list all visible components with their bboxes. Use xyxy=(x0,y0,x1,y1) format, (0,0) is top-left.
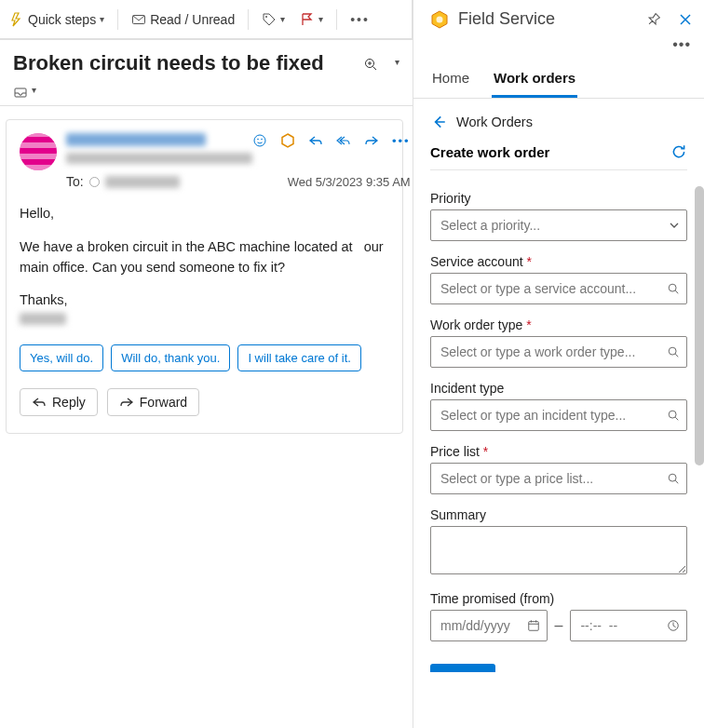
toolbar-divider xyxy=(248,9,249,30)
message-timestamp: Wed 5/3/2023 9:35 AM xyxy=(288,175,411,189)
to-label: To: xyxy=(66,174,84,189)
close-icon[interactable] xyxy=(678,12,693,27)
more-message-button[interactable]: ••• xyxy=(392,134,411,148)
search-icon xyxy=(667,282,680,295)
work-order-form: Priority Select a priority... Service ac… xyxy=(430,170,687,672)
chevron-down-icon[interactable]: ▾ xyxy=(395,57,399,67)
reply-icon[interactable] xyxy=(308,133,323,148)
create-work-order-title: Create work order xyxy=(430,144,549,160)
work-order-type-input[interactable] xyxy=(430,336,687,368)
sender-email-redacted: redacted xyxy=(66,153,252,164)
save-button[interactable]: Save xyxy=(430,664,495,672)
body-thanks: Thanks, xyxy=(20,290,387,311)
panel-more-button[interactable]: ••• xyxy=(413,33,704,53)
panel-tabs: Home Work orders xyxy=(413,61,704,99)
back-arrow-icon[interactable] xyxy=(430,114,447,130)
forward-icon xyxy=(119,395,134,410)
time-promised-label: Time promised (from) xyxy=(430,591,687,606)
more-toolbar-button[interactable]: ••• xyxy=(345,8,375,31)
chevron-down-icon[interactable]: ▾ xyxy=(32,85,36,100)
zoom-icon[interactable] xyxy=(363,57,378,72)
svg-point-15 xyxy=(669,284,676,291)
work-order-type-label: Work order type * xyxy=(430,317,687,332)
svg-point-9 xyxy=(261,139,263,141)
emoji-icon[interactable] xyxy=(252,133,267,148)
svg-line-16 xyxy=(675,290,678,293)
field-service-logo-icon xyxy=(430,10,449,29)
envelope-icon xyxy=(131,12,146,27)
pin-icon[interactable] xyxy=(646,12,661,27)
suggest-2[interactable]: Will do, thank you. xyxy=(111,344,230,371)
svg-point-1 xyxy=(265,16,267,18)
service-account-input[interactable] xyxy=(430,273,687,304)
summary-label: Summary xyxy=(430,507,687,522)
subject-header: Broken circuit needs to be fixed ▾ ▾ xyxy=(0,39,413,106)
tab-work-orders[interactable]: Work orders xyxy=(492,61,577,98)
mail-toolbar: Quick steps ▾ Read / Unread ▾ xyxy=(0,0,413,39)
email-subject: Broken circuit needs to be fixed xyxy=(13,51,324,75)
incident-type-label: Incident type xyxy=(430,381,687,396)
message-body: Hello, We have a broken circuit in the A… xyxy=(20,204,387,333)
quick-steps-button[interactable]: Quick steps ▾ xyxy=(4,8,110,31)
tab-home[interactable]: Home xyxy=(430,61,471,98)
scrollbar[interactable] xyxy=(695,186,704,465)
price-list-label: Price list * xyxy=(430,444,687,459)
suggest-1[interactable]: Yes, will do. xyxy=(20,344,103,371)
svg-line-22 xyxy=(675,480,678,483)
svg-line-20 xyxy=(675,417,678,420)
read-unread-button[interactable]: Read / Unread xyxy=(126,8,240,31)
priority-select[interactable]: Select a priority... xyxy=(430,209,687,241)
svg-rect-23 xyxy=(528,622,538,631)
toolbar-divider xyxy=(336,9,337,30)
suggest-3[interactable]: I will take care of it. xyxy=(237,344,361,371)
datetime-separator: – xyxy=(555,617,563,634)
svg-point-19 xyxy=(669,411,676,418)
reply-all-icon[interactable] xyxy=(336,133,351,148)
chevron-down-icon: ▾ xyxy=(318,14,323,24)
sender-name-redacted: redacted xyxy=(66,133,206,146)
svg-point-8 xyxy=(257,139,259,141)
signature-redacted: redacted xyxy=(20,313,66,325)
reply-label: Reply xyxy=(52,395,86,410)
refresh-icon[interactable] xyxy=(670,143,687,160)
forward-button[interactable]: Forward xyxy=(107,388,199,416)
tag-button[interactable]: ▾ xyxy=(256,8,291,31)
search-icon xyxy=(667,409,680,422)
field-service-hex-icon[interactable] xyxy=(280,133,295,148)
work-orders-breadcrumb: Work Orders xyxy=(456,115,533,129)
forward-label: Forward xyxy=(140,395,187,410)
svg-point-7 xyxy=(254,135,265,146)
panel-header: Field Service xyxy=(413,0,704,33)
body-main: We have a broken circuit in the ABC mach… xyxy=(20,237,387,278)
tag-icon xyxy=(262,12,277,27)
svg-point-21 xyxy=(669,474,676,481)
price-list-input[interactable] xyxy=(430,463,687,494)
reply-icon xyxy=(32,395,47,410)
service-account-label: Service account * xyxy=(430,254,687,269)
svg-line-4 xyxy=(373,67,377,71)
incident-type-input[interactable] xyxy=(430,399,687,431)
search-icon xyxy=(667,472,680,485)
read-unread-label: Read / Unread xyxy=(150,12,235,27)
toolbar-divider xyxy=(117,9,118,30)
panel-title: Field Service xyxy=(458,9,555,29)
svg-point-12 xyxy=(437,16,443,22)
svg-line-18 xyxy=(675,354,678,357)
search-icon xyxy=(667,345,680,358)
presence-icon xyxy=(89,177,100,187)
lightning-icon xyxy=(9,12,24,27)
recipient-redacted: redacted xyxy=(105,176,180,188)
priority-label: Priority xyxy=(430,191,687,206)
clock-icon xyxy=(667,619,680,632)
forward-icon[interactable] xyxy=(364,133,379,148)
svg-point-17 xyxy=(669,347,676,355)
avatar xyxy=(20,133,57,170)
summary-textarea[interactable] xyxy=(430,526,687,574)
body-greeting: Hello, xyxy=(20,204,387,224)
inbox-icon[interactable] xyxy=(13,85,28,100)
quick-steps-label: Quick steps xyxy=(28,12,96,27)
flag-button[interactable]: ▾ xyxy=(294,8,329,31)
suggested-replies: Yes, will do. Will do, thank you. I will… xyxy=(20,344,387,371)
reply-button[interactable]: Reply xyxy=(20,388,98,416)
chevron-down-icon xyxy=(669,220,680,231)
